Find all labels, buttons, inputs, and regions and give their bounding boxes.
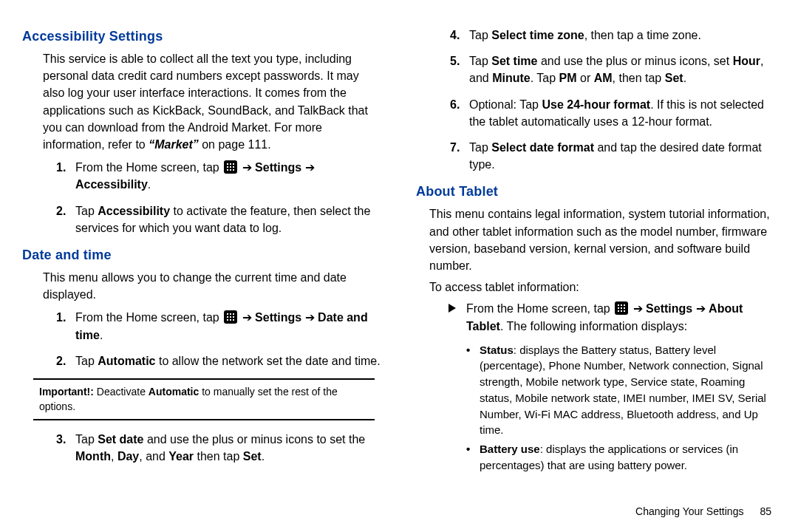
text: . xyxy=(148,178,151,191)
steps-accessibility: 1. From the Home screen, tap ➔ Settings … xyxy=(22,159,382,236)
text-am: AM xyxy=(594,72,613,84)
step-item: 2. Tap Automatic to allow the network se… xyxy=(56,352,382,369)
text: . The following information displays: xyxy=(500,320,687,332)
text-settings: Settings xyxy=(255,311,301,324)
step-item: 1. From the Home screen, tap ➔ Settings … xyxy=(56,309,382,343)
step-item: 2. Tap Accessibility to activate the fea… xyxy=(56,202,382,236)
pointer-step: From the Home screen, tap ➔ Settings ➔ A… xyxy=(416,300,776,334)
step-item: 7. Tap Select date format and tap the de… xyxy=(450,139,776,173)
text: Deactivate xyxy=(94,386,149,398)
step-number: 6. xyxy=(450,96,460,113)
text: then tap xyxy=(194,450,243,463)
text-minute: Minute xyxy=(492,72,531,84)
note-label: Important!: xyxy=(39,386,94,398)
list-item: Battery use: displays the applications o… xyxy=(466,441,776,474)
heading-accessibility-settings: Accessibility Settings xyxy=(22,27,382,46)
apps-grid-icon xyxy=(615,301,628,315)
text: Tap xyxy=(469,29,491,41)
text: This service is able to collect all the … xyxy=(43,52,368,151)
text: ➔ xyxy=(301,311,318,324)
text: or xyxy=(577,72,594,84)
step-item: 5. Tap Set time and use the plus or minu… xyxy=(450,52,776,86)
footer-page-number: 85 xyxy=(760,505,771,517)
text-accessibility: Accessibility xyxy=(75,178,148,191)
text: , xyxy=(111,450,117,463)
text-settings: Settings xyxy=(646,302,692,315)
paragraph-about-intro: This menu contains legal information, sy… xyxy=(416,205,776,274)
text-year: Year xyxy=(168,450,194,463)
text: to allow the network set the date and ti… xyxy=(155,355,380,367)
text-automatic: Automatic xyxy=(98,355,155,367)
text: . xyxy=(100,329,103,341)
text: ➔ xyxy=(301,161,314,174)
heading-about-tablet: About Tablet xyxy=(416,182,776,201)
paragraph-accessibility-intro: This service is able to collect all the … xyxy=(22,50,382,153)
text: ➔ xyxy=(630,302,646,315)
heading-date-and-time: Date and time xyxy=(22,245,382,265)
text-ref-market: “Market” xyxy=(149,138,199,151)
text: From the Home screen, tap xyxy=(75,161,222,174)
text: : displays the Battery status, Battery l… xyxy=(480,344,766,437)
text: and use the plus or minus icons to set t… xyxy=(144,433,366,446)
apps-grid-icon xyxy=(224,160,237,174)
apps-grid-icon xyxy=(224,310,237,324)
paragraph-datetime-intro: This menu allows you to change the curre… xyxy=(22,269,382,303)
text-battery-use: Battery use xyxy=(480,443,540,455)
text: . Tap xyxy=(531,72,559,84)
text-use-24-hour-format: Use 24-hour format xyxy=(542,98,650,111)
text-automatic: Automatic xyxy=(149,386,199,398)
text-settings: Settings xyxy=(255,161,301,174)
step-number: 5. xyxy=(450,52,460,69)
text-set-time: Set time xyxy=(491,55,537,67)
text: on page 111. xyxy=(199,138,271,151)
text: Tap xyxy=(469,55,491,67)
text: Tap xyxy=(75,355,98,367)
two-column-layout: Accessibility Settings This service is a… xyxy=(22,27,776,499)
text: From the Home screen, tap xyxy=(466,302,613,315)
step-number: 1. xyxy=(56,159,66,176)
text-select-time-zone: Select time zone xyxy=(491,29,584,41)
text: , and xyxy=(139,450,168,463)
footer-chapter: Changing Your Settings xyxy=(635,505,743,517)
text: ➔ xyxy=(692,302,709,315)
text: ➔ xyxy=(239,161,255,174)
text-accessibility: Accessibility xyxy=(98,205,170,217)
text-set: Set xyxy=(243,450,262,463)
important-note: Important!: Deactivate Automatic to manu… xyxy=(33,378,375,420)
text-set-date: Set date xyxy=(98,433,143,446)
text: Tap xyxy=(75,205,98,217)
text-select-date-format: Select date format xyxy=(491,141,594,154)
text: , then tap a time zone. xyxy=(584,29,701,41)
step-item: 3. Tap Set date and use the plus or minu… xyxy=(56,431,382,465)
text: Tap xyxy=(469,141,491,154)
step-number: 2. xyxy=(56,202,66,219)
steps-datetime-c: 4. Tap Select time zone, then tap a time… xyxy=(416,27,776,173)
step-number: 2. xyxy=(56,352,66,369)
text: Tap xyxy=(75,433,98,446)
list-item: Status: displays the Battery status, Bat… xyxy=(466,342,776,439)
step-number: 3. xyxy=(56,431,66,448)
steps-datetime-b: 3. Tap Set date and use the plus or minu… xyxy=(22,431,382,465)
step-item: 1. From the Home screen, tap ➔ Settings … xyxy=(56,159,382,193)
step-item: 6. Optional: Tap Use 24-hour format. If … xyxy=(450,96,776,130)
text-pm: PM xyxy=(559,72,577,84)
about-bullets: Status: displays the Battery status, Bat… xyxy=(416,342,776,474)
steps-datetime-a: 1. From the Home screen, tap ➔ Settings … xyxy=(22,309,382,369)
page-footer: Changing Your Settings85 xyxy=(635,504,771,519)
text-status: Status xyxy=(480,344,514,356)
text: Optional: Tap xyxy=(469,98,542,111)
text: From the Home screen, tap xyxy=(75,311,222,324)
step-number: 4. xyxy=(450,27,460,44)
text-set: Set xyxy=(665,72,683,84)
text: . xyxy=(683,72,686,84)
text-hour: Hour xyxy=(733,55,760,67)
step-number: 7. xyxy=(450,139,460,156)
text-day: Day xyxy=(117,450,139,463)
text: . xyxy=(262,450,265,463)
text-month: Month xyxy=(75,450,111,463)
text: and use the plus or minus icons, set xyxy=(538,55,733,67)
step-number: 1. xyxy=(56,309,66,326)
text: , then tap xyxy=(613,72,665,84)
text: ➔ xyxy=(239,311,255,324)
step-item: 4. Tap Select time zone, then tap a time… xyxy=(450,27,776,44)
